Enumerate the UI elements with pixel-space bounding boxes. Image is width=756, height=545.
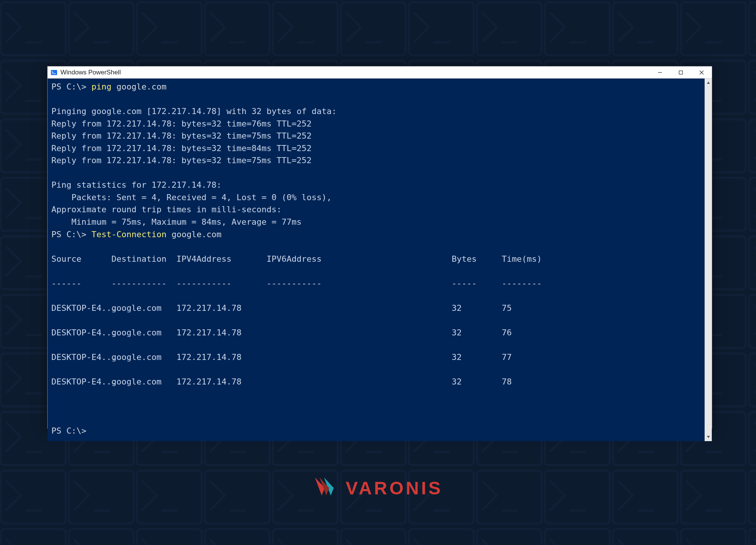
maximize-button[interactable] bbox=[670, 66, 691, 79]
prompt: PS C:\> bbox=[51, 230, 87, 239]
table-row: DESKTOP-E4...google.com172.217.14.783277 bbox=[51, 351, 701, 364]
col-bytes: Bytes bbox=[452, 253, 502, 266]
ping-stats-packets: Packets: Sent = 4, Received = 4, Lost = … bbox=[51, 193, 332, 202]
minimize-button[interactable] bbox=[649, 66, 670, 79]
table-row: DESKTOP-E4...google.com172.217.14.783275 bbox=[51, 302, 701, 315]
ping-reply: Reply from 172.217.14.78: bytes=32 time=… bbox=[51, 144, 312, 153]
window-title: Windows PowerShell bbox=[60, 69, 121, 76]
col-ipv4: IPV4Address bbox=[176, 253, 266, 266]
close-button[interactable] bbox=[691, 66, 712, 79]
table-row: DESKTOP-E4...google.com172.217.14.783276 bbox=[51, 327, 701, 339]
ping-reply: Reply from 172.217.14.78: bytes=32 time=… bbox=[51, 131, 312, 140]
ping-header: Pinging google.com [172.217.14.78] with … bbox=[51, 107, 337, 116]
ping-rtt-values: Minimum = 75ms, Maximum = 84ms, Average … bbox=[51, 217, 301, 227]
varonis-wordmark: VARONIS bbox=[346, 478, 443, 499]
col-destination: Destination bbox=[111, 253, 176, 266]
terminal-output[interactable]: PS C:\> ping google.com Pinging google.c… bbox=[48, 79, 705, 441]
powershell-window: Windows PowerShell PS C:\> ping google.c… bbox=[47, 66, 712, 429]
varonis-logo: VARONIS bbox=[313, 476, 443, 500]
command-test-connection: Test-Connection bbox=[91, 230, 167, 239]
command-arg: google.com bbox=[116, 82, 166, 91]
scroll-down-icon[interactable] bbox=[705, 434, 712, 440]
scrollbar[interactable] bbox=[705, 79, 712, 441]
window-titlebar[interactable]: Windows PowerShell bbox=[48, 66, 712, 79]
svg-rect-5 bbox=[679, 71, 682, 74]
col-ipv6: IPV6Address bbox=[267, 253, 452, 266]
svg-rect-3 bbox=[51, 70, 57, 75]
command-arg: google.com bbox=[172, 230, 221, 239]
table-row: DESKTOP-E4...google.com172.217.14.783278 bbox=[51, 376, 701, 388]
scroll-up-icon[interactable] bbox=[705, 79, 712, 86]
powershell-icon bbox=[51, 69, 57, 76]
table-dash-row: ----------------------------------------… bbox=[51, 278, 701, 290]
ping-reply: Reply from 172.217.14.78: bytes=32 time=… bbox=[51, 119, 312, 128]
ping-reply: Reply from 172.217.14.78: bytes=32 time=… bbox=[51, 156, 312, 165]
command-ping: ping bbox=[91, 82, 111, 91]
varonis-mark-icon bbox=[313, 476, 339, 500]
table-header-row: SourceDestinationIPV4AddressIPV6AddressB… bbox=[51, 253, 701, 266]
prompt: PS C:\> bbox=[51, 82, 87, 91]
ping-rtt-header: Approximate round trip times in milli-se… bbox=[51, 205, 281, 214]
col-source: Source bbox=[51, 253, 111, 266]
ping-stats-header: Ping statistics for 172.217.14.78: bbox=[51, 180, 221, 190]
col-time: Time(ms) bbox=[502, 253, 542, 266]
prompt: PS C:\> bbox=[51, 426, 87, 435]
